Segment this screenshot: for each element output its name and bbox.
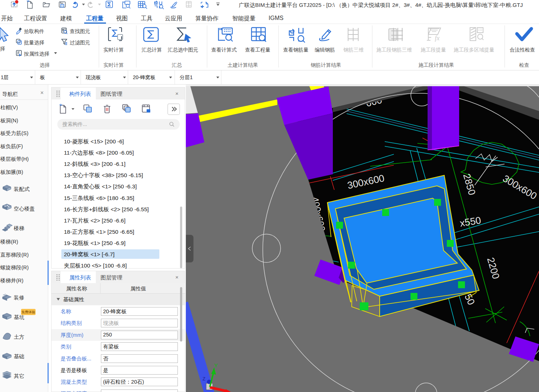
svg-text:Z: Z <box>203 376 205 381</box>
svg-text:fx: fx <box>435 34 440 42</box>
svg-text:Y: Y <box>214 362 218 368</box>
